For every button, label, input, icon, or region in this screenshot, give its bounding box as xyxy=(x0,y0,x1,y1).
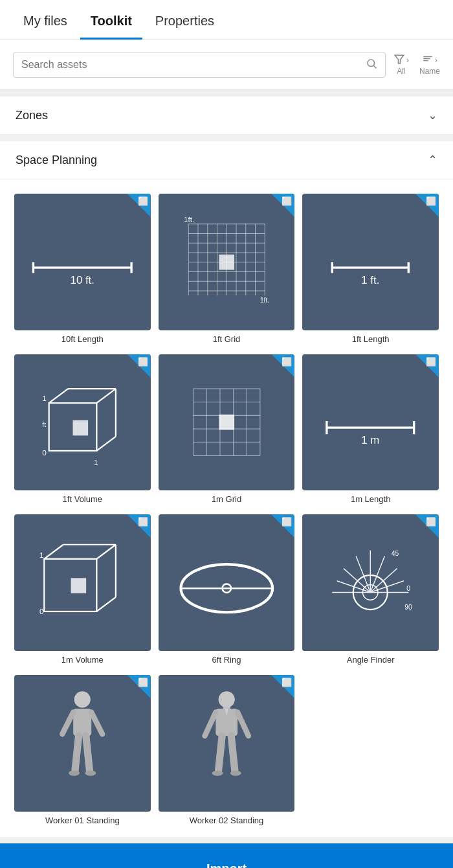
svg-point-98 xyxy=(218,691,234,707)
svg-line-63 xyxy=(44,545,63,559)
space-planning-title: Space Planning xyxy=(16,154,97,167)
zones-chevron: ⌄ xyxy=(428,108,437,122)
svg-text:0: 0 xyxy=(407,584,411,591)
asset-thumb-1m-length: ⬜ 1 m xyxy=(302,354,439,491)
asset-label-6ft-ring: 6ft Ring xyxy=(212,655,241,665)
svg-point-107 xyxy=(230,770,241,775)
length-svg: 1 ft. xyxy=(316,214,425,310)
person-svg xyxy=(186,689,267,798)
import-button[interactable]: Import xyxy=(0,850,453,868)
filter-button[interactable]: › All xyxy=(393,54,409,76)
tab-properties[interactable]: Properties xyxy=(145,14,225,40)
asset-thumb-6ft-ring: ⬜ xyxy=(159,514,295,651)
asset-worker-02[interactable]: ⬜ xyxy=(155,671,299,832)
tab-bar: My files Toolkit Properties xyxy=(0,0,453,40)
svg-line-95 xyxy=(86,736,90,770)
asset-label-1ft-grid: 1ft Grid xyxy=(213,334,241,344)
asset-1m-length[interactable]: ⬜ 1 m 1m Length xyxy=(298,350,443,511)
cube-icon: ⬜ xyxy=(282,678,292,687)
svg-line-1 xyxy=(373,65,376,68)
volume-svg: 1 0 1 ft xyxy=(28,374,137,470)
asset-label-worker-02: Worker 02 Standing xyxy=(190,816,264,825)
svg-line-105 xyxy=(231,736,235,770)
svg-text:1ft.: 1ft. xyxy=(260,296,269,303)
svg-point-0 xyxy=(368,60,375,67)
gap-1 xyxy=(0,90,453,97)
asset-thumb-10ft-length: ⬜ 10 ft. xyxy=(14,194,151,330)
grid-svg: 1ft. 1ft. xyxy=(172,214,282,310)
svg-line-94 xyxy=(75,736,79,770)
svg-text:1 ft.: 1 ft. xyxy=(362,274,380,286)
asset-1ft-volume[interactable]: ⬜ 1 0 1 xyxy=(10,350,155,511)
svg-rect-91 xyxy=(73,709,91,736)
svg-text:ft: ft xyxy=(42,421,46,428)
asset-thumb-1ft-volume: ⬜ 1 0 1 xyxy=(14,354,151,491)
svg-line-93 xyxy=(91,713,102,735)
cube-icon: ⬜ xyxy=(426,517,436,527)
svg-line-37 xyxy=(96,437,115,451)
cube-icon: ⬜ xyxy=(426,357,436,367)
zones-section: Zones ⌄ xyxy=(0,97,453,135)
svg-text:1ft.: 1ft. xyxy=(184,214,194,223)
asset-1m-volume[interactable]: ⬜ 1 0 1m xyxy=(10,510,155,671)
zones-section-header[interactable]: Zones ⌄ xyxy=(0,97,453,135)
filter-group: › All › Name xyxy=(393,54,440,76)
sort-label: Name xyxy=(419,67,440,76)
asset-6ft-ring[interactable]: ⬜ 6ft Ring xyxy=(155,510,299,671)
search-input-wrapper[interactable] xyxy=(13,52,386,78)
asset-10ft-length[interactable]: ⬜ 10 ft. 10ft Length xyxy=(10,190,155,350)
svg-line-65 xyxy=(96,597,115,611)
search-icon xyxy=(366,58,377,69)
gap-2 xyxy=(0,135,453,141)
sort-icon xyxy=(422,54,434,65)
svg-rect-68 xyxy=(71,578,87,593)
svg-rect-27 xyxy=(219,255,234,270)
search-input[interactable] xyxy=(21,59,366,71)
asset-label-1m-volume: 1m Volume xyxy=(61,655,104,665)
asset-label-10ft-length: 10ft Length xyxy=(61,334,104,344)
zones-title: Zones xyxy=(16,109,48,122)
svg-text:10 ft.: 10 ft. xyxy=(71,274,94,286)
svg-point-96 xyxy=(69,770,80,775)
svg-line-103 xyxy=(238,713,249,737)
length-svg: 1 m xyxy=(316,374,425,470)
asset-angle-finder[interactable]: ⬜ xyxy=(298,510,443,671)
svg-line-92 xyxy=(62,713,73,735)
length-svg: 10 ft. xyxy=(28,214,137,310)
sort-button[interactable]: › Name xyxy=(419,54,440,76)
svg-line-35 xyxy=(49,389,68,403)
asset-label-1ft-volume: 1ft Volume xyxy=(63,494,102,504)
filter-icon xyxy=(393,54,405,65)
asset-label-angle-finder: Angle Finder xyxy=(347,655,395,665)
asset-thumb-worker-02: ⬜ xyxy=(159,675,295,812)
svg-rect-62 xyxy=(44,559,96,611)
asset-1ft-length[interactable]: ⬜ 1 ft. 1ft Length xyxy=(298,190,443,350)
cube-icon: ⬜ xyxy=(138,517,148,527)
volume-svg: 1 0 xyxy=(28,535,137,630)
space-planning-chevron: ⌃ xyxy=(428,153,437,167)
asset-thumb-1ft-length: ⬜ 1 ft. xyxy=(302,194,439,330)
cube-icon: ⬜ xyxy=(138,196,148,206)
bottom-bar: Import xyxy=(0,843,453,868)
asset-worker-01[interactable]: ⬜ xyxy=(10,671,155,832)
svg-line-104 xyxy=(218,736,222,770)
search-icon-button[interactable] xyxy=(366,58,377,72)
svg-text:1 m: 1 m xyxy=(362,435,380,447)
space-planning-header[interactable]: Space Planning ⌃ xyxy=(0,141,453,179)
tab-my-files[interactable]: My files xyxy=(13,14,78,40)
asset-1ft-grid[interactable]: ⬜ xyxy=(155,190,299,350)
svg-text:1: 1 xyxy=(94,458,98,466)
space-planning-section: Space Planning ⌃ ⬜ 10 ft. 10ft Length xyxy=(0,141,453,837)
svg-marker-2 xyxy=(395,55,404,63)
svg-line-64 xyxy=(96,545,115,559)
svg-rect-34 xyxy=(49,404,97,451)
svg-text:1: 1 xyxy=(39,551,44,559)
asset-thumb-1ft-grid: ⬜ xyxy=(159,194,295,330)
asset-1m-grid[interactable]: ⬜ xyxy=(155,350,299,511)
tab-toolkit[interactable]: Toolkit xyxy=(80,14,142,40)
svg-text:0: 0 xyxy=(42,449,47,457)
svg-text:45: 45 xyxy=(392,550,399,557)
person-svg xyxy=(41,689,123,798)
asset-label-1m-grid: 1m Grid xyxy=(212,494,241,504)
asset-thumb-1m-volume: ⬜ 1 0 xyxy=(14,514,151,651)
